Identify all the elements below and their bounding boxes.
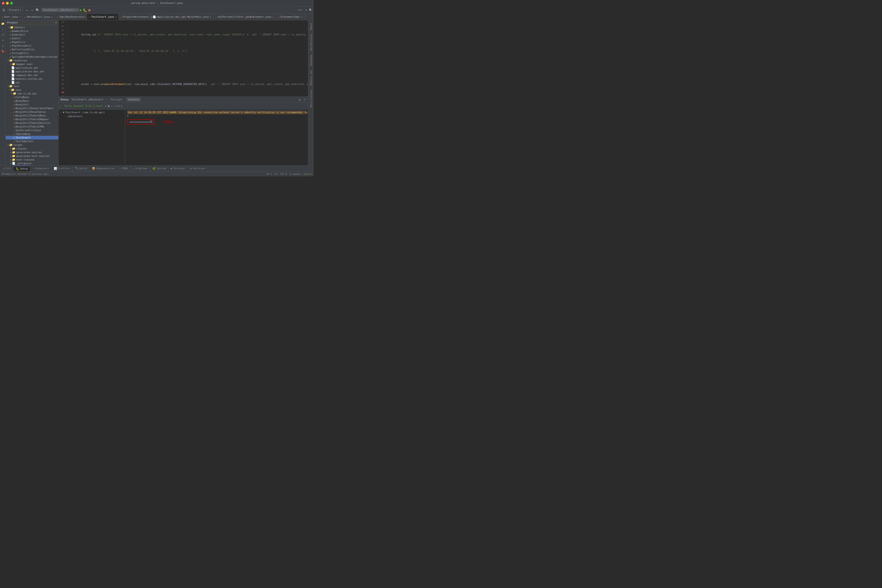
- tree-item-appdev-yml[interactable]: 📄 application-dev.yml: [6, 70, 58, 73]
- tab-close-icon[interactable]: ×: [19, 16, 21, 18]
- tree-item-testjdbctest[interactable]: ☕ TestJdbcTest: [6, 140, 58, 143]
- tree-item-mysqlutil2table2service[interactable]: ☕ MysqlUtil2Table2Service: [6, 121, 58, 125]
- tab-statement[interactable]: ☕ Statement.java ×: [246, 14, 276, 20]
- btab-profiler[interactable]: 📊 Profiler: [51, 166, 73, 171]
- sidebar-pull-icon[interactable]: ⇅: [0, 38, 5, 43]
- sidebar-maven-tab[interactable]: Maven: [309, 21, 313, 32]
- sidebar-database-tab[interactable]: Database: [309, 53, 313, 68]
- toolbar-icon-up[interactable]: ↑: [114, 105, 115, 108]
- tab-preparedstatement[interactable]: ☕ PreparedStatement.java ×: [119, 14, 151, 20]
- sidebar-commit-icon[interactable]: ✓: [0, 27, 5, 32]
- tree-item-classes[interactable]: ▶ 📁 classes: [6, 147, 58, 150]
- tab-close-icon[interactable]: ×: [210, 16, 212, 18]
- btab-debug[interactable]: 🐛 Debug: [14, 166, 30, 171]
- sidebar-notifications-tab[interactable]: Notifications: [309, 87, 313, 109]
- toolbar-icon-restart[interactable]: ↺: [105, 105, 107, 108]
- back-icon[interactable]: ←: [25, 8, 29, 12]
- tree-item-mysqlutil2show-tables[interactable]: ☕ MysqlUtil2ShowTables: [6, 110, 58, 114]
- btab-spring[interactable]: 🌿 Spring: [150, 166, 168, 171]
- btab-terminal[interactable]: ▶ Terminal: [168, 166, 188, 171]
- tree-item-sql[interactable]: 📄 sql: [6, 81, 58, 84]
- tree-item-mybatis-config[interactable]: 📄 mybatis-config.xml: [6, 77, 58, 81]
- tab-close-icon[interactable]: ×: [115, 16, 117, 18]
- btab-dependencies[interactable]: 📦 Dependencies: [90, 166, 117, 171]
- toolbar-icon-down[interactable]: ↓: [111, 105, 112, 108]
- test-item-jdbcinsert[interactable]: ✓ jdbcInsert: [60, 114, 124, 118]
- tab-close-icon[interactable]: ×: [51, 16, 52, 18]
- panel-settings-icon[interactable]: ⚙: [56, 21, 57, 24]
- tree-item-mysqlutil2show-create[interactable]: ☕ MysqlUtil2ShowCreateTable: [6, 106, 58, 110]
- tab-close-icon[interactable]: ×: [273, 16, 274, 18]
- code-editor[interactable]: 23 24 25 26 27 28 29 30 31 32 33 34 35 3…: [58, 20, 308, 96]
- sidebar-git-icon[interactable]: ⎇: [0, 32, 5, 37]
- tree-item-psqlparseutil[interactable]: ☕ PSqlParseUtil: [6, 44, 58, 48]
- tree-item-orderutil[interactable]: ☕ OrderUtil: [6, 33, 58, 36]
- toolbar-icon-settings[interactable]: ⚙: [121, 105, 122, 108]
- sidebar-mybatis-tab[interactable]: Mybatis Sql: [309, 68, 313, 87]
- minimize-button[interactable]: [6, 2, 9, 4]
- btab-todo[interactable]: ✓ TODO: [117, 166, 130, 171]
- tree-item-mapper-user[interactable]: ▶ 📁 mapper.user: [6, 62, 58, 66]
- tree-item-mysqlutil2table2xml[interactable]: ☕ MysqlUtil2Table2XML: [6, 125, 58, 128]
- btab-services[interactable]: ⚙ Services: [188, 166, 207, 171]
- close-button[interactable]: [2, 2, 4, 4]
- search-icon[interactable]: 🔍: [34, 8, 40, 12]
- tree-item-springapp[interactable]: ☕ SpringDataEnDecoderApplication: [6, 55, 58, 58]
- run-configuration[interactable]: TestInsert.jdbcInsert ▾: [41, 8, 79, 12]
- tree-item-test[interactable]: ▼ 📁 test: [6, 84, 58, 88]
- forward-icon[interactable]: →: [30, 8, 33, 12]
- tree-item-application-yml[interactable]: 📄 application.yml: [6, 66, 58, 70]
- test-item-testinsert[interactable]: ✓ ▼ TestInsert (com.lz.eb.api): [60, 111, 124, 114]
- tree-item-reflectionutils[interactable]: ☕ ReflectionUtils: [6, 48, 58, 51]
- tab-metaobject[interactable]: ☕ MetaObject.java ×: [23, 14, 55, 20]
- code-content[interactable]: String sql = " INSERT INTO user ( is_del…: [67, 20, 308, 96]
- stop-button[interactable]: ⏹: [88, 8, 91, 12]
- menu-icon[interactable]: ☰: [2, 8, 6, 12]
- tree-item-resources[interactable]: ▼ 📁 resources: [6, 58, 58, 62]
- tab-statementimpl[interactable]: ☕ StatementImpl ×: [276, 14, 305, 20]
- toolbar-icon-filter[interactable]: ⊡: [116, 105, 118, 108]
- tab-sqlparse[interactable]: ☕ SqlParseUtilsTest.java ×: [214, 14, 246, 20]
- tab-user-java[interactable]: ☕ User.java ×: [0, 14, 23, 20]
- sidebar-project-icon[interactable]: 📁: [0, 21, 5, 26]
- sidebar-bookmarks-icon[interactable]: 🔖: [0, 49, 5, 54]
- bottom-tab-console[interactable]: Console: [126, 98, 141, 102]
- tree-item-logback[interactable]: 📄 logback-dev.xml: [6, 73, 58, 77]
- tree-item-mysqlmain[interactable]: ☕ MysqlMain: [6, 99, 58, 103]
- tree-item-sqlparse-test[interactable]: ☕ SqlParseUtilsTest: [6, 128, 58, 132]
- sidebar-structure-icon[interactable]: ≡: [0, 43, 5, 48]
- tree-item-fieldbean[interactable]: ☕ FieldBean: [6, 95, 58, 99]
- project-tree[interactable]: ▼ 📁 ISelect ☕ NumberUtils ☕ OrderUtil ☕ …: [6, 25, 58, 165]
- tab-testinsert[interactable]: ☕ TestInsert.java ×: [87, 14, 119, 20]
- tree-item-mysqlutil2table2bean[interactable]: ☕ MysqlUtil2Table2Bean: [6, 114, 58, 117]
- toolbar-icon-tree[interactable]: ⊞: [118, 105, 120, 108]
- search-everywhere-icon[interactable]: 🔍: [309, 9, 312, 12]
- sidebar-restservices-tab[interactable]: RestServices: [309, 32, 313, 52]
- tree-item-test-classes[interactable]: ▶ 📁 test-classes: [6, 158, 58, 162]
- settings-icon[interactable]: ⚙: [306, 9, 307, 12]
- tree-item-numberutils[interactable]: ☕ NumberUtils: [6, 29, 58, 33]
- tree-item-testinsert[interactable]: ☕ TestInsert: [6, 136, 58, 140]
- btab-git[interactable]: ⎇ Git: [0, 166, 14, 171]
- window-controls[interactable]: [2, 2, 13, 4]
- tree-item-gitignore[interactable]: ▶ 📄 .gitignore: [6, 162, 58, 165]
- tab-jdbc3keygen[interactable]: ☕ Jdbc3KeyGenerator.java ×: [55, 14, 87, 20]
- debug-config-close[interactable]: ×: [106, 98, 107, 101]
- tab-close-icon[interactable]: ×: [302, 16, 303, 18]
- project-selector[interactable]: Project ▾: [7, 8, 23, 12]
- panel-expand-icon[interactable]: ⤢: [303, 98, 306, 102]
- debug-button[interactable]: 🐛: [83, 8, 87, 12]
- tree-item-osutil[interactable]: ☕ OsUtil: [6, 36, 58, 40]
- tree-item-stringutils[interactable]: ☕ StringUtils: [6, 51, 58, 55]
- run-button[interactable]: ▶: [80, 8, 82, 12]
- btab-problems[interactable]: ⚠ Problems: [130, 166, 150, 171]
- tab-mysqlmain[interactable]: ☕ MysqlMain.java ×: [183, 14, 213, 20]
- btab-endpoints[interactable]: ⚡ Endpoints: [30, 166, 51, 171]
- tree-item-mysqlutil[interactable]: ☕ MysqlUtil: [6, 103, 58, 106]
- tab-appdev-yml[interactable]: 📄 application-dev.yml ×: [151, 14, 183, 20]
- tree-item-mysqlutil2table2mapper[interactable]: ☕ MysqlUtil2Table2Mapper: [6, 117, 58, 121]
- tree-item-pageutils[interactable]: ☕ PageUtils: [6, 40, 58, 44]
- tree-item-iselect[interactable]: ▼ 📁 ISelect: [6, 26, 58, 29]
- tree-item-generated-test-sources[interactable]: ▶ 📁 generated-test-sources: [6, 154, 58, 158]
- maximize-button[interactable]: [10, 2, 13, 4]
